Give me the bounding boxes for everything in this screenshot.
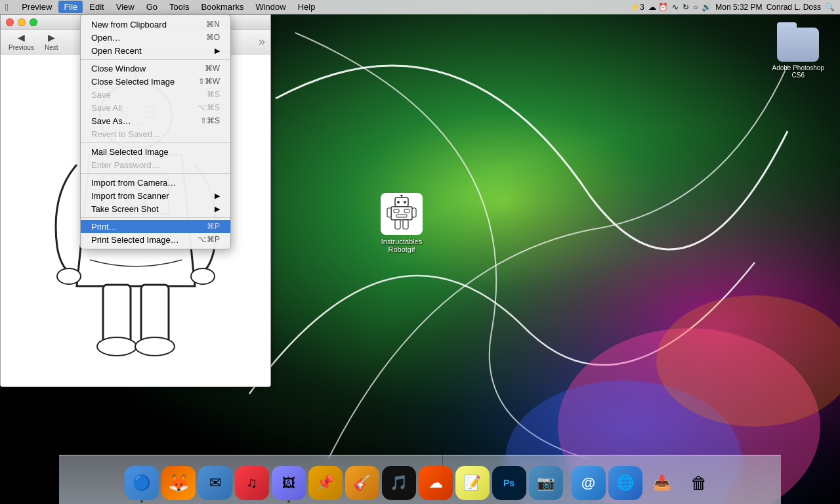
itunes-icon: ♫ (235, 466, 269, 500)
desktop-icon-instructables[interactable]: Instructables Robotgif (373, 190, 430, 256)
separator-4 (81, 217, 230, 218)
print-shortcut: ⌘P (207, 222, 220, 231)
garageband-icon: 🎸 (345, 466, 379, 500)
dock-capo[interactable]: 🎵 (382, 466, 416, 501)
svg-point-34 (191, 268, 215, 284)
new-from-clipboard-label: New from Clipboard (91, 20, 167, 30)
menu-import-from-camera[interactable]: Import from Camera… (81, 176, 230, 189)
menu-print-selected-image[interactable]: Print Selected Image… ⌥⌘P (81, 233, 230, 246)
dock-preview[interactable]: 🖼 (272, 466, 306, 501)
desktop-icon-adobe[interactable]: Adobe PhotoshopCS6 (769, 20, 827, 81)
menubar-right: ⚡3 ☁ ⏰ ∿ ↻ ○ 🔊 Mon 5:32 PM Conrad L. Dos… (630, 3, 835, 12)
dock-itunes[interactable]: ♫ (235, 466, 269, 501)
menu-print[interactable]: Print… ⌘P (81, 220, 230, 233)
mail-app-icon: @ (572, 466, 606, 500)
menu-save-as[interactable]: Save As… ⇧⌘S (81, 114, 230, 127)
save-shortcut: ⌘S (207, 90, 220, 99)
close-button[interactable] (6, 18, 14, 26)
volume-icon: 🔊 (702, 3, 711, 12)
svg-point-8 (404, 201, 406, 203)
menu-revert-to-saved: Revert to Saved… (81, 127, 230, 140)
menu-open[interactable]: Open… ⌘O (81, 31, 230, 44)
menu-close-selected-image[interactable]: Close Selected Image ⇧⌘W (81, 75, 230, 88)
svg-point-18 (400, 195, 403, 196)
dock-finder[interactable]: 🔵 (125, 466, 159, 501)
menu-mail-selected-image[interactable]: Mail Selected Image (81, 145, 230, 158)
svg-rect-12 (396, 215, 407, 217)
svg-point-38 (135, 337, 175, 356)
dock-trash[interactable]: 🗑 (682, 466, 716, 501)
sync-icon: ↻ (682, 3, 689, 12)
svg-point-7 (397, 201, 400, 203)
open-recent-label: Open Recent (91, 46, 142, 56)
apple-menu[interactable]:  (5, 2, 9, 12)
svg-point-33 (57, 268, 81, 284)
dock-safari[interactable]: 🌐 (608, 466, 642, 501)
close-selected-image-shortcut: ⇧⌘W (198, 77, 220, 86)
menu-help[interactable]: Help (293, 1, 321, 13)
revert-label: Revert to Saved… (91, 129, 161, 139)
menu-file[interactable]: File (58, 1, 83, 13)
status-icons: ☁ ⏰ (648, 3, 668, 12)
dock-mail-bird[interactable]: ✉ (198, 466, 232, 501)
menu-open-recent[interactable]: Open Recent ▶ (81, 44, 230, 57)
menu-items-group: Preview File Edit View Go Tools Bookmark… (16, 1, 630, 13)
dock-soundcloud[interactable]: ☁ (419, 466, 453, 501)
svg-point-37 (97, 337, 136, 356)
minimize-button[interactable] (18, 18, 26, 26)
enter-password-label: Enter Password… (91, 160, 160, 170)
menu-preview[interactable]: Preview (16, 1, 57, 13)
downloads-icon: 📥 (645, 466, 679, 500)
dock-photoshop[interactable]: Ps (492, 466, 526, 501)
svg-rect-36 (141, 285, 169, 344)
next-icon: ▶ (48, 32, 55, 43)
previous-label: Previous (9, 44, 34, 51)
menu-bookmarks[interactable]: Bookmarks (196, 1, 249, 13)
menu-close-window[interactable]: Close Window ⌘W (81, 62, 230, 75)
print-label: Print… (91, 222, 117, 232)
file-menu-dropdown: New from Clipboard ⌘N Open… ⌘O Open Rece… (80, 14, 231, 249)
dock-notefile[interactable]: 📝 (455, 466, 490, 501)
menu-edit[interactable]: Edit (84, 1, 109, 13)
dock-firefox[interactable]: 🦊 (161, 466, 196, 501)
close-selected-image-label: Close Selected Image (91, 77, 175, 87)
close-window-shortcut: ⌘W (205, 64, 220, 73)
dock-downloads[interactable]: 📥 (645, 466, 679, 501)
username: Conrad L. Doss (766, 3, 821, 12)
svg-rect-35 (103, 285, 131, 344)
svg-rect-11 (404, 209, 410, 213)
toolbar-more[interactable]: » (259, 35, 265, 49)
soundcloud-icon: ☁ (419, 466, 453, 500)
pinboard-icon: 📌 (308, 466, 343, 500)
adobe-label: Adobe PhotoshopCS6 (772, 64, 824, 79)
previous-icon: ◀ (18, 32, 25, 43)
menu-window[interactable]: Window (250, 1, 291, 13)
capo-icon: 🎵 (382, 466, 416, 500)
next-button[interactable]: ▶ Next (42, 31, 61, 52)
save-all-label: Save All (91, 103, 122, 113)
save-all-shortcut: ⌥⌘S (198, 103, 220, 112)
dock-pinboard[interactable]: 📌 (308, 466, 343, 501)
photoshop-dock-icon: Ps (492, 466, 526, 500)
mail-selected-image-label: Mail Selected Image (91, 147, 169, 157)
new-from-clipboard-shortcut: ⌘N (206, 20, 220, 29)
svg-rect-15 (395, 220, 400, 229)
dock-iphoto[interactable]: 📷 (529, 466, 563, 501)
menu-view[interactable]: View (111, 1, 140, 13)
next-label: Next (45, 44, 58, 51)
finder-icon: 🔵 (125, 466, 159, 500)
menu-new-from-clipboard[interactable]: New from Clipboard ⌘N (81, 18, 230, 31)
separator-2 (81, 142, 230, 143)
menu-take-screen-shot[interactable]: Take Screen Shot ▶ (81, 202, 230, 215)
adobe-folder-icon (777, 22, 819, 62)
dock-garageband[interactable]: 🎸 (345, 466, 379, 501)
previous-button[interactable]: ◀ Previous (6, 31, 37, 52)
menu-tools[interactable]: Tools (164, 1, 194, 13)
dock-mail-app[interactable]: @ (572, 466, 606, 501)
maximize-button[interactable] (30, 18, 37, 26)
menu-go[interactable]: Go (141, 1, 163, 13)
svg-rect-13 (387, 208, 391, 217)
search-icon[interactable]: 🔍 (825, 3, 835, 12)
save-as-shortcut: ⇧⌘S (200, 116, 220, 125)
menu-import-from-scanner[interactable]: Import from Scanner ▶ (81, 189, 230, 202)
